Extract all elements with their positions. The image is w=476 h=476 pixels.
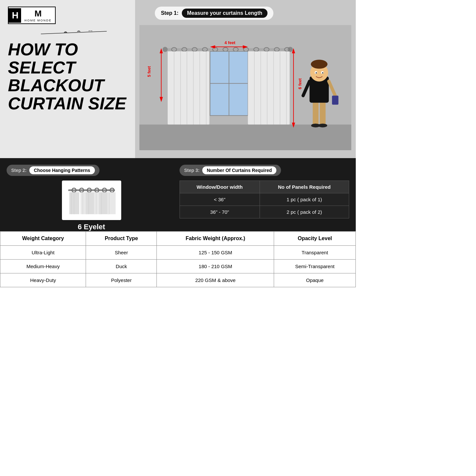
fabric-section: Weight CategoryProduct TypeFabric Weight… xyxy=(0,231,356,287)
eyelet-svg xyxy=(65,185,118,216)
fabric-cell: 220 GSM & above xyxy=(157,273,274,287)
svg-point-58 xyxy=(322,72,323,73)
top-section: H M HOME MONDE HOW TO SELECT BLACKOUT CU… xyxy=(0,0,356,158)
fabric-cell: Sheer xyxy=(86,246,157,260)
steps-row: Step 2: Choose Hanging Patterns xyxy=(7,165,349,231)
fabric-table-row: Ultra-LightSheer125 - 150 GSMTransparent xyxy=(0,246,356,260)
fabric-cell: Transparent xyxy=(274,246,356,260)
fabric-cell: 125 - 150 GSM xyxy=(157,246,274,260)
right-panel: Step 1: Measure your curtains Length xyxy=(135,0,356,158)
panels-width: 36" - 70" xyxy=(180,206,260,218)
svg-point-54 xyxy=(311,60,328,69)
step2-desc: Choose Hanging Patterns xyxy=(29,166,95,174)
main-title: HOW TO SELECT BLACKOUT CURTAIN SIZE xyxy=(8,41,127,112)
panels-count: 2 pc ( pack of 2) xyxy=(260,206,349,218)
left-panel: H M HOME MONDE HOW TO SELECT BLACKOUT CU… xyxy=(0,0,135,158)
logo-home: HOME xyxy=(24,19,36,22)
logo-h: H xyxy=(9,8,21,23)
svg-point-57 xyxy=(316,72,317,73)
fabric-table: Weight CategoryProduct TypeFabric Weight… xyxy=(0,231,356,287)
fabric-cell: Heavy-Duty xyxy=(0,273,86,287)
birds-decoration xyxy=(41,31,107,41)
fabric-col-header: Product Type xyxy=(86,232,157,246)
svg-rect-70 xyxy=(69,192,79,214)
step3-badge: Step 3: Number Of Curtains Required xyxy=(180,165,281,176)
panels-table-row: 36" - 70"2 pc ( pack of 2) xyxy=(180,206,349,218)
svg-rect-75 xyxy=(107,192,116,214)
panels-table: Window/Door width No of Panels Required … xyxy=(180,181,349,218)
fabric-cell: Ultra-Light xyxy=(0,246,86,260)
step3-label: Step 3: xyxy=(184,168,200,173)
svg-point-4 xyxy=(163,47,168,52)
step3-desc: Number Of Curtains Required xyxy=(202,166,277,174)
svg-point-51 xyxy=(318,124,327,127)
fabric-cell: Semi-Transparent xyxy=(274,260,356,273)
logo-right: M HOME MONDE xyxy=(21,7,55,23)
step1-badge: Step 1: Measure your curtains Length xyxy=(155,7,273,20)
logo-monde: MONDE xyxy=(37,19,52,22)
step2-badge: Step 2: Choose Hanging Patterns xyxy=(7,165,99,176)
fabric-cell: Opaque xyxy=(274,273,356,287)
fabric-col-header: Opacity Level xyxy=(274,232,356,246)
svg-line-0 xyxy=(41,31,107,34)
curtain-illustration: 5 feet 4 feet 6 feet xyxy=(135,25,356,150)
fabric-cell: Duck xyxy=(86,260,157,273)
panels-table-row: < 36"1 pc ( pack of 1) xyxy=(180,193,349,206)
eyelet-label: 6 Eyelet xyxy=(78,223,105,231)
fabric-table-row: Medium-HeavyDuck180 - 210 GSMSemi-Transp… xyxy=(0,260,356,273)
svg-rect-61 xyxy=(332,96,338,104)
fabric-cell: Polyester xyxy=(86,273,157,287)
logo-m: M xyxy=(35,9,42,19)
eyelet-image-box xyxy=(62,181,121,220)
panels-width: < 36" xyxy=(180,193,260,206)
svg-rect-2 xyxy=(140,125,351,150)
panels-count: 1 pc ( pack of 1) xyxy=(260,193,349,206)
panels-col1-header: Window/Door width xyxy=(180,181,260,193)
step1-desc: Measure your curtains Length xyxy=(182,9,268,18)
svg-rect-49 xyxy=(320,102,326,125)
fabric-table-row: Heavy-DutyPolyester220 GSM & aboveOpaque xyxy=(0,273,356,287)
svg-text:5 feet: 5 feet xyxy=(147,66,152,77)
svg-rect-48 xyxy=(313,102,319,125)
logo: H M HOME MONDE xyxy=(8,7,56,24)
step2-label: Step 2: xyxy=(11,168,27,173)
fabric-cell: Medium-Heavy xyxy=(0,260,86,273)
bottom-section: Step 2: Choose Hanging Patterns xyxy=(0,158,356,231)
step1-label: Step 1: xyxy=(161,10,178,16)
svg-text:6 feet: 6 feet xyxy=(298,78,303,89)
svg-text:4 feet: 4 feet xyxy=(225,41,236,45)
fabric-col-header: Fabric Weight (Approx.) xyxy=(157,232,274,246)
step3-column: Step 3: Number Of Curtains Required Wind… xyxy=(176,165,349,231)
panels-col2-header: No of Panels Required xyxy=(260,181,349,193)
fabric-cell: 180 - 210 GSM xyxy=(157,260,274,273)
step2-column: Step 2: Choose Hanging Patterns xyxy=(7,165,176,231)
fabric-col-header: Weight Category xyxy=(0,232,86,246)
